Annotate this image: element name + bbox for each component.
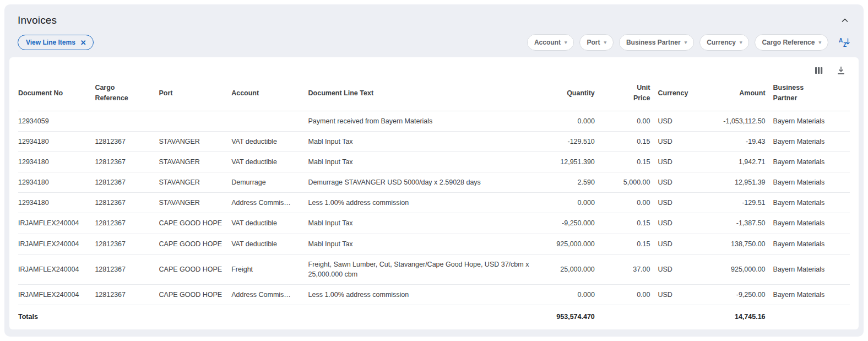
filter-business-partner[interactable]: Business Partner ▾ xyxy=(619,34,694,51)
table-cell: Freight xyxy=(231,254,308,284)
table-row[interactable]: 1293418012812367STAVANGERDemurrageDemurr… xyxy=(18,172,850,193)
table-row[interactable]: IRJAMFLEX24000412812367CAPE GOOD HOPEFre… xyxy=(18,254,850,284)
svg-text:A: A xyxy=(839,37,843,44)
table-cell: Freight, Sawn Lumber, Cut, Stavanger/Cap… xyxy=(308,254,543,284)
table-cell: USD xyxy=(658,111,700,131)
invoices-table-card: Document NoCargo ReferencePortAccountDoc… xyxy=(9,57,859,329)
table-cell xyxy=(159,111,232,131)
column-header-quantity[interactable]: Quantity xyxy=(542,78,602,111)
filter-currency[interactable]: Currency ▾ xyxy=(699,34,749,51)
table-cell: 0.000 xyxy=(542,284,602,305)
column-header-cargo-reference[interactable]: Cargo Reference xyxy=(95,78,159,111)
table-cell: 0.000 xyxy=(542,193,602,213)
table-cell: USD xyxy=(658,234,700,254)
table-cell: 0.15 xyxy=(603,234,658,254)
view-line-items-chip[interactable]: View Line Items ✕ xyxy=(18,35,94,50)
filter-account[interactable]: Account ▾ xyxy=(527,34,574,51)
column-header-unit-price[interactable]: Unit Price xyxy=(603,78,658,111)
chevron-down-icon: ▾ xyxy=(818,40,821,45)
chevron-down-icon: ▾ xyxy=(565,40,567,45)
table-cell: 12934180 xyxy=(18,193,95,213)
column-header-document-no[interactable]: Document No xyxy=(18,78,95,111)
table-cell: Bayern Materials xyxy=(773,213,850,234)
column-header-document-line-text[interactable]: Document Line Text xyxy=(308,78,543,111)
totals-cell xyxy=(231,305,308,329)
table-cell: Mabl Input Tax xyxy=(308,213,543,234)
column-header-label: Document Line Text xyxy=(308,88,535,99)
column-header-port[interactable]: Port xyxy=(159,78,232,111)
filter-account-label: Account xyxy=(534,39,561,46)
table-row[interactable]: IRJAMFLEX24000412812367CAPE GOOD HOPEVAT… xyxy=(18,213,850,234)
table-cell: Address Commis… xyxy=(231,284,308,305)
table-cell: Less 1.00% address commission xyxy=(308,193,543,213)
table-row[interactable]: IRJAMFLEX24000412812367CAPE GOOD HOPEVAT… xyxy=(18,234,850,254)
totals-cell xyxy=(308,305,543,329)
table-cell xyxy=(95,111,159,131)
table-row[interactable]: 1293418012812367STAVANGERVAT deductibleM… xyxy=(18,152,850,172)
column-header-label: Currency xyxy=(658,88,692,99)
column-header-label: Account xyxy=(231,88,300,99)
chevron-down-icon: ▾ xyxy=(740,40,742,45)
svg-text:Z: Z xyxy=(843,42,847,48)
filter-cargo-reference[interactable]: Cargo Reference ▾ xyxy=(755,34,828,51)
table-cell: -9,250.00 xyxy=(701,284,773,305)
table-cell: 12812367 xyxy=(95,213,159,234)
table-cell: USD xyxy=(658,254,700,284)
column-header-label: Document No xyxy=(18,88,87,99)
totals-row: Totals953,574.47014,745.16 xyxy=(18,305,850,329)
column-header-currency[interactable]: Currency xyxy=(658,78,700,111)
table-row[interactable]: IRJAMFLEX24000412812367CAPE GOOD HOPEAdd… xyxy=(18,284,850,305)
column-header-account[interactable]: Account xyxy=(231,78,308,111)
table-cell: Address Commis… xyxy=(231,193,308,213)
close-icon[interactable]: ✕ xyxy=(80,39,86,46)
table-row[interactable]: 1293418012812367STAVANGERAddress Commis…… xyxy=(18,193,850,213)
table-cell: 1,942.71 xyxy=(701,152,773,172)
column-header-label: Port xyxy=(159,88,224,99)
table-cell: CAPE GOOD HOPE xyxy=(159,284,232,305)
table-cell: -9,250.000 xyxy=(542,213,602,234)
table-cell: Mabl Input Tax xyxy=(308,234,543,254)
collapse-panel-button[interactable] xyxy=(840,16,849,25)
table-cell: 12934180 xyxy=(18,131,95,151)
table-cell: USD xyxy=(658,213,700,234)
column-header-amount[interactable]: Amount xyxy=(701,78,773,111)
table-cell: Demurrage xyxy=(231,172,308,193)
table-cell: 12812367 xyxy=(95,234,159,254)
column-header-label: Unit Price xyxy=(630,83,650,104)
download-button[interactable] xyxy=(837,66,845,75)
table-cell: -1,053,112.50 xyxy=(701,111,773,131)
invoices-table: Document NoCargo ReferencePortAccountDoc… xyxy=(18,78,850,328)
filter-port[interactable]: Port ▾ xyxy=(579,34,614,51)
column-header-label: Amount xyxy=(701,88,766,99)
table-cell: -129.510 xyxy=(542,131,602,151)
table-cell: VAT deductible xyxy=(231,213,308,234)
table-row[interactable]: 12934059Payment received from Bayern Mat… xyxy=(18,111,850,131)
table-cell: 12,951.39 xyxy=(701,172,773,193)
chevron-down-icon: ▾ xyxy=(685,40,687,45)
table-cell: 0.00 xyxy=(603,193,658,213)
filter-currency-label: Currency xyxy=(707,39,736,46)
table-cell: 12812367 xyxy=(95,152,159,172)
table-cell: Mabl Input Tax xyxy=(308,131,543,151)
table-row[interactable]: 1293418012812367STAVANGERVAT deductibleM… xyxy=(18,131,850,151)
table-cell: 925,000.000 xyxy=(542,234,602,254)
filter-business-partner-label: Business Partner xyxy=(626,39,681,46)
table-cell: 925,000.00 xyxy=(701,254,773,284)
totals-value: 14,745.16 xyxy=(701,305,773,329)
table-cell: 0.00 xyxy=(603,111,658,131)
sort-alphabetical-icon: A Z xyxy=(838,37,850,48)
table-cell: 12812367 xyxy=(95,284,159,305)
table-cell: 0.15 xyxy=(603,213,658,234)
filter-port-label: Port xyxy=(587,39,600,46)
table-header-row: Document NoCargo ReferencePortAccountDoc… xyxy=(18,78,850,111)
column-header-label: Business Partner xyxy=(773,83,813,104)
panel-header: Invoices xyxy=(4,4,864,26)
columns-button[interactable] xyxy=(814,66,823,75)
table-cell: 25,000.000 xyxy=(542,254,602,284)
column-header-business-partner[interactable]: Business Partner xyxy=(773,78,850,111)
table-cell: Bayern Materials xyxy=(773,152,850,172)
sort-button[interactable]: A Z xyxy=(838,37,850,48)
table-body: 12934059Payment received from Bayern Mat… xyxy=(18,111,850,305)
chevron-down-icon: ▾ xyxy=(604,40,606,45)
table-cell: CAPE GOOD HOPE xyxy=(159,254,232,284)
